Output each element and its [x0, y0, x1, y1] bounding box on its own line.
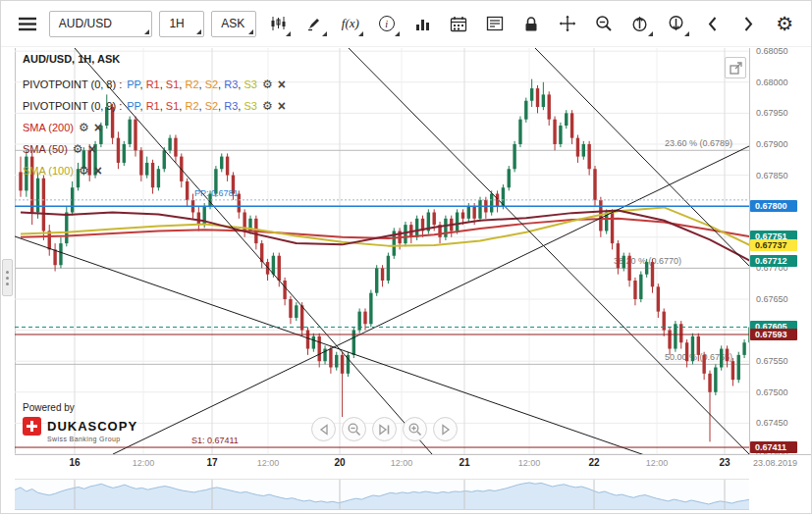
indicator-label: PIVOTPOINT (0, 8) : — [23, 78, 122, 90]
time-axis[interactable]: 1612:001712:002012:002112:002212:0023 — [15, 455, 749, 471]
statistics-button[interactable] — [408, 9, 438, 38]
price-axis[interactable]: 0.680500.680000.679500.679000.678500.678… — [750, 48, 812, 454]
dropdown-corner-icon — [248, 29, 253, 34]
indicator-label: SMA (50) — [23, 143, 68, 155]
dropdown-corner-icon — [395, 31, 400, 36]
save-chart-button[interactable] — [625, 9, 655, 38]
magnifier-plus-icon — [408, 423, 422, 437]
settings-button[interactable]: ⚙ — [770, 9, 799, 38]
indicator-remove-icon[interactable]: × — [94, 122, 102, 133]
indicator-label: PIVOTPOINT (0, 9) : — [23, 100, 122, 112]
indicator-remove-icon[interactable]: × — [278, 78, 286, 90]
indicator-settings-icon[interactable]: ⚙ — [79, 122, 89, 133]
dukascopy-branding: Powered by DUKASCOPY Swiss Banking Group — [23, 402, 137, 442]
price-axis-label: 0.68000 — [756, 77, 788, 87]
play-button[interactable] — [433, 417, 458, 441]
indicator-row-sma-200: SMA (200) ⚙ × — [23, 117, 286, 138]
time-axis-label: 17 — [206, 457, 217, 468]
dropdown-corner-icon — [648, 31, 653, 36]
lock-button[interactable] — [516, 9, 546, 38]
zoom-out-button[interactable] — [589, 9, 619, 38]
price-side-select[interactable]: ASK — [211, 11, 256, 37]
calendar-button[interactable] — [444, 9, 473, 38]
level-annotation: PP: 0.6781 — [194, 188, 239, 198]
time-axis-label: 12:00 — [257, 458, 280, 468]
playback-zoom-in-button[interactable] — [403, 417, 427, 441]
timeframe-select[interactable]: 1H — [159, 11, 204, 37]
load-chart-button[interactable] — [662, 9, 691, 38]
news-button[interactable] — [480, 9, 510, 38]
pivot-level-token: S3 — [244, 100, 256, 112]
playback-zoom-out-button[interactable] — [342, 417, 366, 441]
drawings-button[interactable] — [299, 9, 329, 38]
price-marker: 0.67593 — [750, 329, 797, 340]
chart-navigator[interactable] — [15, 479, 749, 510]
dropdown-corner-icon — [322, 31, 327, 36]
price-axis-label: 0.67500 — [756, 387, 788, 397]
dropdown-corner-icon — [144, 29, 149, 34]
download-circle-icon — [667, 15, 685, 32]
hamburger-icon — [18, 17, 37, 31]
indicator-row-pivotpoint-1: PIVOTPOINT (0, 8) : PP, R1, S1, R2, S2, … — [23, 74, 286, 95]
instrument-select[interactable]: AUD/USD — [49, 11, 153, 37]
indicator-row-pivotpoint-2: PIVOTPOINT (0, 9) : PP, R1, S1, R2, S2, … — [23, 95, 286, 117]
jump-back-button[interactable] — [311, 417, 336, 441]
indicator-settings-icon[interactable]: ⚙ — [262, 78, 273, 90]
sma-line[interactable] — [21, 211, 749, 261]
pivot-level-token: S1 — [166, 100, 179, 112]
side-panel-handle[interactable] — [2, 259, 13, 296]
indicator-remove-icon[interactable]: × — [94, 165, 102, 177]
pivot-level-token: R2 — [185, 100, 198, 112]
indicator-remove-icon[interactable]: × — [278, 100, 286, 112]
step-forward-button[interactable] — [372, 417, 397, 441]
price-axis-label: 0.67900 — [756, 139, 788, 149]
triangle-left-icon — [318, 424, 330, 436]
fx-icon: f(x) — [342, 16, 359, 31]
step-forward-icon — [378, 424, 391, 436]
time-axis-label: 12:00 — [133, 458, 155, 468]
pivot-level-token: S2 — [205, 78, 218, 90]
pivot-level-token: R2 — [185, 78, 198, 90]
indicator-label: SMA (100) — [23, 165, 74, 177]
pivot-level-token: R1 — [146, 100, 160, 112]
price-side-value: ASK — [221, 17, 244, 30]
price-axis-label: 0.67650 — [756, 294, 788, 304]
price-axis-label: 0.68050 — [756, 48, 788, 56]
indicator-settings-icon[interactable]: ⚙ — [79, 165, 89, 177]
indicator-remove-icon[interactable]: × — [88, 143, 96, 155]
indicators-button[interactable]: f(x) — [336, 9, 365, 38]
time-axis-label: 22 — [588, 457, 599, 468]
scroll-right-button[interactable] — [733, 9, 763, 38]
time-axis-label: 23 — [719, 457, 730, 468]
pivot-levels: PP, R1, S1, R2, S2, R3, S3 — [127, 78, 257, 90]
level-annotation: S1: 0.67411 — [191, 436, 239, 445]
indicator-row-sma-50: SMA (50) ⚙ × — [23, 138, 286, 160]
indicator-settings-icon[interactable]: ⚙ — [73, 143, 83, 155]
time-axis-label: 12:00 — [391, 458, 413, 468]
menu-button[interactable] — [13, 9, 42, 38]
detach-chart-button[interactable] — [725, 57, 746, 78]
pencil-icon — [306, 16, 322, 31]
pivot-levels: PP, R1, S1, R2, S2, R3, S3 — [127, 100, 257, 112]
trendline-drawing[interactable] — [535, 48, 749, 266]
navigator-area-chart — [15, 480, 749, 509]
pivot-level-token: R3 — [224, 100, 238, 112]
pivot-level-token: PP — [127, 100, 139, 112]
popout-icon — [730, 62, 742, 75]
indicator-row-sma-100: SMA (100) ⚙ × — [23, 160, 286, 181]
price-marker: 0.67737 — [750, 239, 797, 251]
gear-icon: ⚙ — [776, 12, 793, 35]
crosshair-button[interactable] — [553, 9, 582, 38]
price-axis-label: 0.67850 — [756, 171, 788, 180]
news-icon — [486, 16, 504, 31]
time-axis-label: 12:00 — [518, 458, 541, 468]
instrument-value: AUD/USD — [59, 17, 112, 30]
info-button[interactable]: i — [372, 9, 402, 38]
scroll-left-button[interactable] — [698, 9, 728, 38]
indicator-settings-icon[interactable]: ⚙ — [262, 100, 273, 112]
info-icon: i — [379, 16, 395, 31]
pivot-level-token: PP — [127, 78, 139, 90]
chart-type-button[interactable] — [263, 9, 293, 38]
pivot-level-token: R1 — [146, 78, 160, 90]
trading-platform-window: AUD/USD 1H ASK f(x) — [0, 0, 812, 514]
